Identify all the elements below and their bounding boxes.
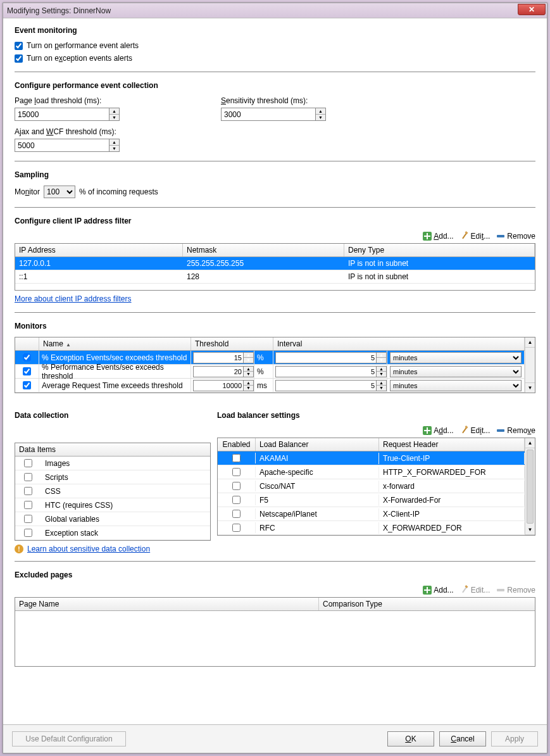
col-lb-name[interactable]: Load Balancer	[256, 438, 379, 451]
data-item-checkbox[interactable]	[24, 529, 32, 537]
lb-scrollbar[interactable]: ▲▼	[525, 438, 535, 535]
col-comparison-type[interactable]: Comparison Type	[319, 598, 535, 610]
lb-row[interactable]: Apache-specificHTTP_X_FORWARDED_FOR	[218, 465, 525, 479]
col-monitor-check[interactable]	[15, 337, 39, 350]
use-default-button: Use Default Configuration	[12, 731, 126, 747]
monitor-row-checkbox[interactable]	[23, 367, 31, 375]
data-item-row[interactable]: Scripts	[15, 470, 210, 484]
checkbox-perf-alerts[interactable]	[15, 42, 23, 50]
monitor-threshold-input[interactable]	[193, 366, 244, 377]
input-ajax-wcf-threshold[interactable]	[15, 139, 109, 152]
col-monitor-name[interactable]: Name▲	[39, 337, 191, 350]
spinner[interactable]: ▲▼	[377, 352, 387, 363]
lb-row[interactable]: Cisco/NATx-forward	[218, 479, 525, 493]
heading-monitors: Monitors	[15, 322, 535, 331]
scroll-up-icon[interactable]: ▲	[525, 337, 535, 348]
scroll-thumb[interactable]	[527, 450, 534, 524]
monitor-interval-unit[interactable]: minutes	[390, 366, 522, 377]
cancel-button[interactable]: Cancel	[439, 731, 486, 747]
pencil-icon	[460, 232, 469, 241]
col-data-items[interactable]: Data Items	[15, 443, 210, 457]
monitor-row[interactable]: % Performance Events/sec exceeds thresho…	[15, 365, 525, 379]
data-item-row[interactable]: Images	[15, 457, 210, 470]
chevron-up-icon[interactable]: ▲	[109, 139, 119, 146]
lb-enabled-checkbox[interactable]	[232, 454, 241, 462]
lb-remove-button[interactable]: Remove	[496, 426, 535, 435]
col-monitor-threshold[interactable]: Threshold	[191, 337, 273, 350]
spinner-ajax-wcf[interactable]: ▲▼	[109, 139, 120, 152]
close-button[interactable]: ✕	[518, 4, 546, 15]
spinner-page-load[interactable]: ▲▼	[109, 108, 120, 121]
data-item-row[interactable]: CSS	[15, 484, 210, 498]
col-lb-header[interactable]: Request Header	[379, 438, 525, 451]
monitor-row-checkbox[interactable]	[23, 353, 31, 362]
lb-edit-button[interactable]: Edit...	[460, 426, 491, 435]
lb-add-button[interactable]: Add...	[423, 426, 453, 435]
monitor-interval-input[interactable]	[275, 366, 377, 377]
link-ip-filter-help[interactable]: More about client IP address filters	[15, 294, 132, 303]
monitor-interval-unit[interactable]: minutes	[390, 352, 522, 363]
lb-row[interactable]: F5X-Forwarded-For	[218, 493, 525, 507]
col-deny-type[interactable]: Deny Type	[344, 244, 535, 256]
input-page-load-threshold[interactable]	[15, 108, 109, 121]
ip-row[interactable]: 127.0.0.1 255.255.255.255 IP is not in s…	[15, 257, 535, 270]
scroll-down-icon[interactable]: ▼	[525, 525, 535, 535]
ex-add-button[interactable]: Add...	[423, 586, 453, 595]
data-item-checkbox[interactable]	[24, 473, 32, 481]
data-item-checkbox[interactable]	[24, 515, 32, 523]
col-page-name[interactable]: Page Name	[15, 598, 319, 610]
lb-enabled-checkbox[interactable]	[232, 524, 241, 532]
titlebar: Modifying Settings: DinnerNow ✕	[3, 3, 547, 18]
checkbox-exc-alerts[interactable]	[15, 54, 23, 63]
ip-remove-button[interactable]: Remove	[496, 232, 535, 241]
monitor-interval-unit[interactable]: minutes	[390, 380, 522, 391]
monitor-threshold-input[interactable]	[193, 380, 244, 391]
spinner-sensitivity[interactable]: ▲▼	[316, 108, 326, 121]
scroll-up-icon[interactable]: ▲	[525, 438, 535, 448]
heading-excluded-pages: Excluded pages	[15, 570, 535, 579]
monitor-row-checkbox[interactable]	[23, 381, 31, 389]
chevron-down-icon[interactable]: ▼	[109, 146, 119, 151]
monitor-threshold-input[interactable]	[193, 352, 244, 363]
ip-row[interactable]: ::1 128 IP is not in subnet	[15, 270, 535, 284]
lb-enabled-checkbox[interactable]	[232, 468, 241, 476]
spinner[interactable]: ▲▼	[377, 366, 387, 377]
lb-enabled-checkbox[interactable]	[232, 496, 241, 504]
lb-row[interactable]: RFCX_FORWARDED_FOR	[218, 521, 525, 535]
data-item-row[interactable]: Exception stack	[15, 526, 210, 540]
link-sensitive-data[interactable]: Learn about sensitive data collection	[27, 545, 150, 553]
lb-row[interactable]: Netscape/iPlanetX-Client-IP	[218, 507, 525, 521]
col-monitor-interval[interactable]: Interval	[273, 337, 525, 350]
data-item-row[interactable]: Global variables	[15, 512, 210, 526]
ip-edit-button[interactable]: Edit...	[460, 232, 491, 241]
chevron-down-icon[interactable]: ▼	[109, 115, 119, 120]
data-item-checkbox[interactable]	[24, 487, 32, 495]
spinner[interactable]: ▲▼	[377, 380, 387, 391]
chevron-up-icon[interactable]: ▲	[109, 108, 119, 115]
lb-enabled-checkbox[interactable]	[232, 482, 241, 490]
ip-add-button[interactable]: Add...	[423, 232, 453, 241]
monitors-scrollbar[interactable]: ▲▼	[525, 337, 535, 393]
lb-row[interactable]: AKAMAITrue-Client-IP	[218, 451, 525, 465]
chevron-up-icon[interactable]: ▲	[316, 108, 325, 115]
monitor-interval-input[interactable]	[275, 380, 377, 391]
monitor-row[interactable]: Average Request Time exceeds threshold ▲…	[15, 379, 525, 393]
data-item-checkbox[interactable]	[24, 459, 32, 467]
col-ip-address[interactable]: IP Address	[15, 244, 183, 256]
lb-enabled-checkbox[interactable]	[232, 510, 241, 518]
scroll-down-icon[interactable]: ▼	[525, 382, 535, 393]
heading-ip-filter: Configure client IP address filter	[15, 217, 535, 225]
col-lb-enabled[interactable]: Enabled	[218, 438, 256, 451]
data-item-checkbox[interactable]	[24, 501, 32, 509]
spinner[interactable]: ▲▼	[244, 366, 254, 377]
spinner[interactable]: ▲▼	[244, 352, 254, 363]
monitor-interval-input[interactable]	[275, 352, 377, 363]
chevron-down-icon[interactable]: ▼	[316, 115, 325, 120]
col-netmask[interactable]: Netmask	[183, 244, 344, 256]
data-item-row[interactable]: HTC (requires CSS)	[15, 498, 210, 512]
input-sensitivity-threshold[interactable]	[221, 108, 316, 121]
ok-button[interactable]: OK	[387, 731, 434, 747]
select-sampling-percent[interactable]: 100	[44, 186, 75, 198]
content-area: Event monitoring Turn on performance eve…	[3, 18, 547, 724]
spinner[interactable]: ▲▼	[244, 380, 254, 391]
